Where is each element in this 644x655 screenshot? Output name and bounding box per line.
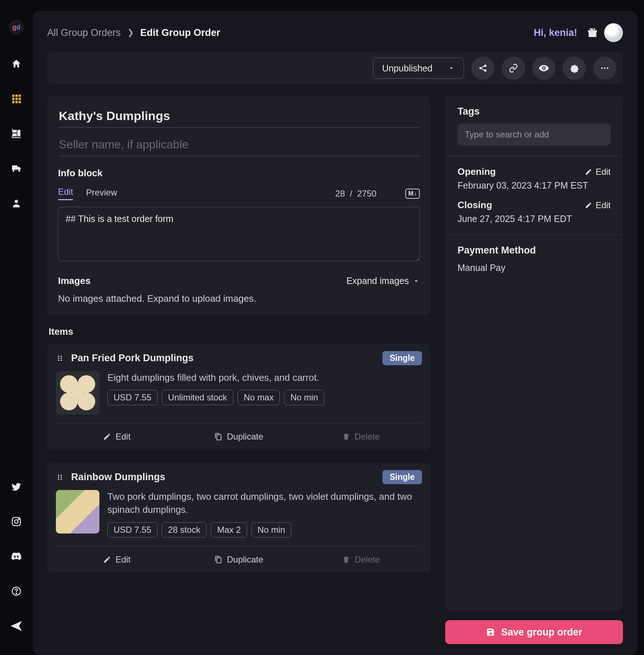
opening-edit-button[interactable]: Edit <box>585 167 611 177</box>
svg-point-11 <box>15 520 18 523</box>
preview-button[interactable] <box>532 57 555 80</box>
svg-point-27 <box>61 359 62 361</box>
svg-point-33 <box>61 478 62 480</box>
copy-icon <box>214 556 222 564</box>
settings-button[interactable] <box>563 57 586 80</box>
avatar[interactable] <box>604 23 623 42</box>
svg-point-9 <box>15 200 18 203</box>
item-delete-button[interactable]: Delete <box>300 424 422 450</box>
images-label: Images <box>58 275 91 287</box>
svg-rect-2 <box>19 95 21 97</box>
svg-point-29 <box>61 474 62 476</box>
svg-point-19 <box>601 67 603 69</box>
chip-price: USD 7.55 <box>107 522 157 537</box>
item-description: Eight dumplings filled with pork, chives… <box>107 371 422 384</box>
order-title-input[interactable] <box>58 106 420 128</box>
svg-rect-8 <box>19 101 21 103</box>
item-card: Pan Fried Pork Dumplings Single Eight du… <box>47 344 431 450</box>
item-edit-button[interactable]: Edit <box>56 547 178 573</box>
closing-edit-button[interactable]: Edit <box>585 200 611 210</box>
item-title: Pan Fried Pork Dumplings <box>71 353 375 364</box>
gift-icon[interactable] <box>585 25 600 40</box>
chevron-down-icon <box>448 65 455 72</box>
images-empty-text: No images attached. Expand to upload ima… <box>58 293 420 304</box>
svg-rect-3 <box>12 98 15 100</box>
pencil-icon <box>103 556 111 564</box>
svg-rect-15 <box>592 30 593 37</box>
social-discord-icon[interactable] <box>9 549 24 564</box>
svg-point-18 <box>484 69 487 72</box>
nav-profile-icon[interactable] <box>9 196 24 210</box>
app-logo[interactable]: gd <box>9 20 24 35</box>
help-icon[interactable] <box>9 584 24 598</box>
svg-rect-5 <box>19 98 21 100</box>
trash-icon <box>342 556 350 564</box>
seller-name-input[interactable] <box>58 135 420 156</box>
tags-input[interactable] <box>458 124 611 145</box>
send-icon[interactable] <box>9 619 24 633</box>
chip-min: No min <box>284 390 324 405</box>
share-button[interactable] <box>471 57 495 80</box>
info-textarea[interactable] <box>58 207 420 261</box>
nav-inventory-icon[interactable] <box>9 126 24 141</box>
trash-icon <box>342 433 350 441</box>
chip-max: Max 2 <box>211 522 247 537</box>
svg-point-28 <box>58 474 60 476</box>
expand-images-button[interactable]: Expand images <box>346 276 420 286</box>
items-header: Items <box>49 326 431 337</box>
chip-max: No max <box>238 390 280 405</box>
svg-rect-1 <box>16 95 18 97</box>
save-button[interactable]: Save group order <box>445 620 623 644</box>
chip-price: USD 7.55 <box>107 390 157 405</box>
svg-point-22 <box>58 355 60 357</box>
status-dropdown[interactable]: Unpublished <box>373 58 464 79</box>
breadcrumb-root[interactable]: All Group Orders <box>47 27 121 38</box>
item-title: Rainbow Dumplings <box>71 471 375 483</box>
nav-grid-icon[interactable] <box>9 91 24 106</box>
svg-point-14 <box>16 593 17 594</box>
svg-point-32 <box>58 478 60 480</box>
opening-label: Opening <box>458 166 585 177</box>
svg-point-17 <box>484 65 487 67</box>
chip-stock: Unlimited stock <box>162 390 233 405</box>
drag-handle-icon[interactable] <box>56 354 64 362</box>
sidebar: gd <box>0 5 33 655</box>
item-duplicate-button[interactable]: Duplicate <box>178 424 300 450</box>
social-instagram-icon[interactable] <box>9 514 24 529</box>
svg-rect-7 <box>16 101 18 103</box>
closing-value: June 27, 2025 4:17 PM EDT <box>458 214 611 224</box>
chip-min: No min <box>251 522 291 537</box>
drag-handle-icon[interactable] <box>56 473 64 481</box>
breadcrumb-current: Edit Group Order <box>140 27 221 38</box>
svg-rect-6 <box>12 101 15 103</box>
item-thumbnail <box>56 371 99 415</box>
item-edit-button[interactable]: Edit <box>56 424 178 450</box>
nav-home-icon[interactable] <box>9 57 24 71</box>
item-type-badge: Single <box>382 351 422 365</box>
svg-point-30 <box>58 477 60 478</box>
form-scroll[interactable]: Info block Edit Preview 28 / 2750 M↓ Ima… <box>47 96 434 655</box>
item-duplicate-button[interactable]: Duplicate <box>178 547 300 573</box>
pencil-icon <box>103 433 111 441</box>
item-delete-button[interactable]: Delete <box>300 547 422 573</box>
nav-shipping-icon[interactable] <box>9 161 24 176</box>
svg-point-12 <box>19 519 20 520</box>
svg-point-21 <box>607 67 608 69</box>
svg-point-23 <box>61 355 62 357</box>
svg-point-20 <box>604 67 606 69</box>
markdown-badge-icon: M↓ <box>405 189 420 199</box>
svg-rect-4 <box>16 98 18 100</box>
tab-preview[interactable]: Preview <box>86 188 117 200</box>
info-block-label: Info block <box>58 168 420 179</box>
order-info-panel: Info block Edit Preview 28 / 2750 M↓ Ima… <box>47 96 431 315</box>
social-twitter-icon[interactable] <box>9 479 24 494</box>
copy-icon <box>214 433 222 441</box>
more-button[interactable] <box>593 57 616 80</box>
item-description: Two pork dumplings, two carrot dumplings… <box>107 490 422 516</box>
breadcrumb: All Group Orders ❯ Edit Group Order <box>47 27 220 38</box>
tab-edit[interactable]: Edit <box>58 187 73 200</box>
item-type-badge: Single <box>382 470 422 484</box>
link-button[interactable] <box>502 57 525 80</box>
chevron-down-icon <box>413 277 420 285</box>
char-count: 28 / 2750 <box>335 189 376 199</box>
